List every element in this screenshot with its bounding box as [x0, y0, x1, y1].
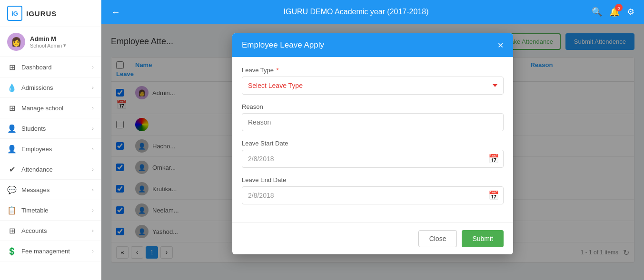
- sidebar-item-label: Attendance: [21, 166, 53, 173]
- leave-end-input[interactable]: [242, 186, 504, 204]
- sidebar-item-timetable[interactable]: 📋 Timetable ›: [0, 200, 101, 221]
- chevron-right-icon: ›: [92, 126, 94, 131]
- sidebar-item-label: Accounts: [21, 227, 47, 234]
- avatar-emoji: 👩: [11, 37, 21, 47]
- leave-type-select[interactable]: Select Leave Type: [242, 77, 504, 95]
- content-area: Employee Atte... 0 /28 Take Attendance S…: [101, 24, 644, 280]
- reason-label: Reason: [242, 103, 504, 110]
- modal-close-button[interactable]: ✕: [497, 41, 504, 50]
- sidebar-item-label: Students: [21, 125, 46, 132]
- notification-icon[interactable]: 🔔 5: [609, 7, 620, 17]
- drop-icon: 💧: [7, 83, 17, 92]
- chevron-right-icon: ›: [92, 228, 94, 233]
- leave-type-label: Leave Type *: [242, 67, 504, 74]
- chat-icon: 💬: [7, 185, 17, 194]
- chevron-down-icon: ▾: [63, 42, 66, 48]
- user-name: Admin M: [30, 35, 94, 42]
- person-icon: 👤: [7, 144, 17, 154]
- sidebar-item-attendance[interactable]: ✔ Attendance ›: [0, 159, 101, 180]
- chevron-right-icon: ›: [92, 146, 94, 152]
- chevron-right-icon: ›: [92, 85, 94, 90]
- back-button[interactable]: ←: [111, 7, 120, 18]
- brand-logo-text: iG: [11, 10, 18, 17]
- sidebar-item-fee-management[interactable]: 💲 Fee management ›: [0, 241, 101, 261]
- leave-end-label: Leave End Date: [242, 176, 504, 183]
- topnav-title: IGURU DEMO Academic year (2017-2018): [128, 8, 585, 16]
- modal-body: Leave Type * Select Leave Type Reason Le…: [232, 57, 513, 222]
- grid-icon: ⊞: [7, 103, 17, 113]
- sidebar-item-admissions[interactable]: 💧 Admissions ›: [0, 77, 101, 98]
- leave-end-group: Leave End Date 📅: [242, 176, 504, 204]
- main-area: ← IGURU DEMO Academic year (2017-2018) 🔍…: [101, 0, 644, 280]
- required-marker: *: [277, 67, 279, 74]
- reason-group: Reason: [242, 103, 504, 131]
- sidebar-item-label: Fee management: [21, 248, 70, 255]
- sidebar-item-label: Dashboard: [21, 64, 52, 71]
- employee-leave-modal: Employee Leave Apply ✕ Leave Type * Sele…: [232, 33, 513, 254]
- modal-overlay: Employee Leave Apply ✕ Leave Type * Sele…: [101, 24, 644, 280]
- sidebar-item-label: Employees: [21, 145, 52, 153]
- brand: iG IGURUS: [0, 0, 101, 27]
- fee-icon: 💲: [7, 246, 17, 256]
- sidebar-item-employees[interactable]: 👤 Employees ›: [0, 139, 101, 159]
- leave-start-label: Leave Start Date: [242, 140, 504, 147]
- person-icon: 👤: [7, 124, 17, 133]
- chevron-right-icon: ›: [92, 248, 94, 254]
- chevron-right-icon: ›: [92, 187, 94, 193]
- settings-icon[interactable]: ⚙: [627, 7, 634, 17]
- chevron-right-icon: ›: [92, 207, 94, 213]
- grid-icon: ⊞: [7, 62, 17, 72]
- calendar-icon[interactable]: 📅: [488, 154, 499, 164]
- user-role: School Admin ▾: [30, 42, 94, 48]
- sidebar-item-messages[interactable]: 💬 Messages ›: [0, 180, 101, 200]
- modal-title: Employee Leave Apply: [242, 40, 324, 50]
- sidebar-item-label: Timetable: [21, 207, 49, 214]
- brand-logo: iG: [7, 6, 22, 21]
- sidebar-item-label: Manage school: [21, 105, 63, 112]
- check-icon: ✔: [7, 164, 17, 174]
- chevron-right-icon: ›: [92, 105, 94, 111]
- submit-button[interactable]: Submit: [462, 230, 504, 247]
- close-button[interactable]: Close: [418, 230, 457, 247]
- leave-type-group: Leave Type * Select Leave Type: [242, 67, 504, 95]
- search-icon[interactable]: 🔍: [592, 7, 602, 17]
- chevron-right-icon: ›: [92, 64, 94, 70]
- avatar: 👩: [7, 33, 25, 51]
- sidebar-item-label: Messages: [21, 186, 50, 193]
- topnav: ← IGURU DEMO Academic year (2017-2018) 🔍…: [101, 0, 644, 24]
- sidebar: iG IGURUS 👩 Admin M School Admin ▾ ⊞ Das…: [0, 0, 101, 280]
- sidebar-nav: ⊞ Dashboard › 💧 Admissions › ⊞ Manage sc…: [0, 57, 101, 280]
- modal-footer: Close Submit: [232, 222, 513, 254]
- accounts-icon: ⊞: [7, 226, 17, 235]
- chevron-right-icon: ›: [92, 166, 94, 172]
- leave-start-group: Leave Start Date 📅: [242, 140, 504, 168]
- sidebar-item-students[interactable]: 👤 Students ›: [0, 118, 101, 139]
- brand-name: IGURUS: [26, 10, 57, 18]
- user-info: Admin M School Admin ▾: [30, 35, 94, 48]
- sidebar-item-manage-school[interactable]: ⊞ Manage school ›: [0, 98, 101, 118]
- user-profile[interactable]: 👩 Admin M School Admin ▾: [0, 27, 101, 57]
- reason-input[interactable]: [242, 113, 504, 131]
- sidebar-item-label: Admissions: [21, 84, 53, 91]
- leave-start-input[interactable]: [242, 150, 504, 168]
- sidebar-item-accounts[interactable]: ⊞ Accounts ›: [0, 221, 101, 241]
- calendar-icon[interactable]: 📅: [488, 190, 499, 201]
- modal-header: Employee Leave Apply ✕: [232, 33, 513, 57]
- notification-badge: 5: [615, 4, 623, 11]
- sidebar-item-dashboard[interactable]: ⊞ Dashboard ›: [0, 57, 101, 77]
- timetable-icon: 📋: [7, 205, 17, 215]
